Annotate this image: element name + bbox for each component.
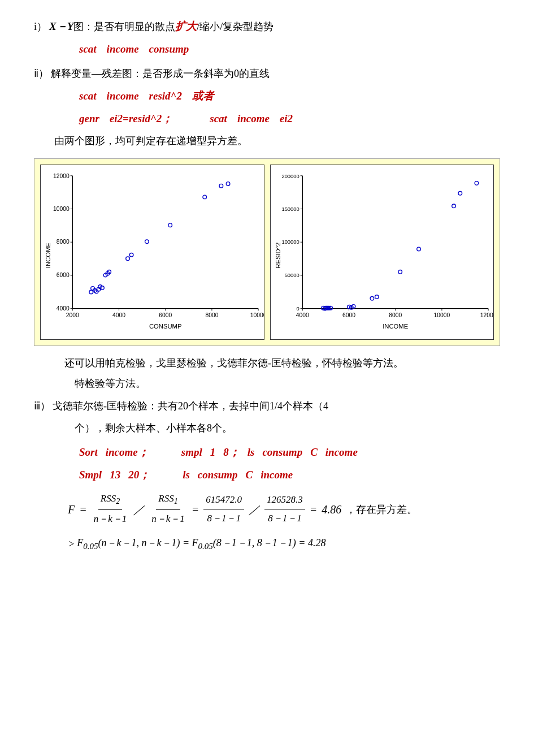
conclusion-text: ，存在异方差。 xyxy=(346,500,417,519)
chart1-xtick4: 10000 xyxy=(250,312,264,318)
cmd-13: 13 xyxy=(110,465,120,485)
iii-text: 戈德菲尔德-匡特检验：共有20个样本，去掉中间1/4个样本（4 xyxy=(53,397,328,415)
cmd-smpl2: Smpl xyxy=(79,465,102,485)
chart1-xtick1: 4000 xyxy=(112,312,125,318)
F-label: F xyxy=(68,499,75,520)
chart2-ylabel: RESID^2 xyxy=(274,242,281,268)
cmd-ls1: ls xyxy=(248,443,255,462)
dp xyxy=(126,257,130,261)
cmd-ei2: ei2 xyxy=(280,109,293,128)
cmd-20semi: 20； xyxy=(128,465,150,485)
chart1-xlabel: CONSUMP xyxy=(149,323,182,330)
dp2 xyxy=(451,204,455,208)
cmd-ii2: genr ei2=resid^2； scat income ei2 xyxy=(79,109,500,128)
chart1-xtick3: 8000 xyxy=(205,312,218,318)
frac-num2: 126528.3 8－1－1 xyxy=(264,491,305,528)
dp xyxy=(91,286,95,290)
chart2-ytick1: 50000 xyxy=(284,272,299,278)
eq1: = xyxy=(79,499,87,520)
chart1-xtick2: 6000 xyxy=(159,312,172,318)
dp xyxy=(129,253,133,257)
chart1-ytick2: 8000 xyxy=(57,239,70,245)
chart2-ytick3: 150000 xyxy=(281,205,299,211)
chart2-xtick2: 8000 xyxy=(389,312,402,318)
cmd-ls2: ls xyxy=(183,465,190,485)
dp xyxy=(203,195,207,199)
div1: ／ xyxy=(133,499,145,520)
iii-cont: 个），剩余大样本、小样本各8个。 xyxy=(34,419,500,437)
f-value: 4.86 xyxy=(322,499,341,520)
frac-rss1: RSS1 n－k－1 xyxy=(149,490,187,528)
chart2-xtick1: 6000 xyxy=(342,312,355,318)
xy-formula: X－Y xyxy=(49,17,73,36)
dp xyxy=(226,182,230,185)
dp xyxy=(168,223,172,227)
cmd-ortext: 或者 xyxy=(192,87,214,106)
para1-cont: 特检验等方法。 xyxy=(34,374,500,392)
cmd-sort: Sort xyxy=(79,443,98,462)
section-ii-title: ⅱ） 解释变量—残差图：是否形成一条斜率为0的直线 xyxy=(34,64,500,83)
formula-block: F = RSS2 n－k－1 ／ RSS1 n－k－1 = 615472.0 8… xyxy=(68,490,500,528)
gt-formula: F0.05(n－k－1, n－k－1) = F0.05(8－1－1, 8－1－1… xyxy=(77,534,325,554)
cmd-income1: income xyxy=(107,40,139,59)
cmd-8semi: 8； xyxy=(223,443,240,462)
dp2 xyxy=(475,181,479,185)
chart2-ytick2: 100000 xyxy=(281,239,299,245)
para1: 还可以用帕克检验，戈里瑟检验，戈德菲尔德-匡特检验，怀特检验等方法。 xyxy=(34,354,500,372)
chart2-ytick0: 0 xyxy=(296,305,299,312)
formula-row: F = RSS2 n－k－1 ／ RSS1 n－k－1 = 615472.0 8… xyxy=(68,490,500,528)
cmd-scat2: scat xyxy=(79,87,97,106)
cmd-income2: income xyxy=(107,87,139,106)
chart2-svg: RESID^2 0 50000 100000 150000 200000 400… xyxy=(271,165,494,340)
eq2: = xyxy=(192,499,199,520)
cmd-C1: C xyxy=(310,443,318,462)
charts-area: INCOME 4000 6000 8000 10000 12000 2000 xyxy=(34,158,500,346)
cmd-income-semi: income； xyxy=(106,443,149,462)
chart2: RESID^2 0 50000 100000 150000 200000 400… xyxy=(270,165,494,340)
frac-rss2: RSS2 n－k－1 xyxy=(92,490,129,528)
chart2-xtick3: 10000 xyxy=(433,312,450,318)
dp2 xyxy=(370,296,374,300)
cmd-scat3: scat xyxy=(210,109,227,128)
roman-i: i） xyxy=(34,18,47,36)
cmd-income4: income xyxy=(325,443,358,462)
cmd-consump2: consump xyxy=(262,443,302,462)
dp2 xyxy=(416,247,420,251)
cmd-1: 1 xyxy=(210,443,216,462)
cmd-consump3: consump xyxy=(198,465,238,485)
dp2 xyxy=(398,270,402,274)
chart1-ytick3: 10000 xyxy=(53,205,70,211)
frac-num1: 615472.0 8－1－1 xyxy=(203,491,244,528)
section-iii-title: ⅲ） 戈德菲尔德-匡特检验：共有20个样本，去掉中间1/4个样本（4 xyxy=(34,397,500,415)
ii-text: 解释变量—残差图：是否形成一条斜率为0的直线 xyxy=(51,64,270,83)
chart1-ytick0: 4000 xyxy=(57,305,70,312)
chart1-xtick0: 2000 xyxy=(66,312,79,318)
cmd-C2: C xyxy=(246,465,253,485)
i-text: 图：是否有明显的散点 xyxy=(73,18,175,36)
dp xyxy=(219,184,223,188)
chart1-ylabel: INCOME xyxy=(45,242,51,268)
cmd-scat1: scat xyxy=(79,40,97,59)
eq3: = xyxy=(310,499,318,520)
chart1-svg: INCOME 4000 6000 8000 10000 12000 2000 xyxy=(41,165,264,340)
gt-line: > F0.05(n－k－1, n－k－1) = F0.05(8－1－1, 8－1… xyxy=(68,534,500,554)
div2: ／ xyxy=(249,499,260,520)
cmd-genr: genr xyxy=(79,109,99,128)
cmd-ii1: scat income resid^2 或者 xyxy=(79,87,500,106)
chart2-xlabel: INCOME xyxy=(383,323,409,330)
chart1-ytick4: 12000 xyxy=(53,172,70,179)
cmd4: Smpl 13 20； ls consump C income xyxy=(79,465,500,485)
chart2-ytick4: 200000 xyxy=(281,172,299,179)
chart2-xtick4: 12000 xyxy=(480,312,493,318)
chart1: INCOME 4000 6000 8000 10000 12000 2000 xyxy=(40,165,264,340)
dp xyxy=(145,240,149,244)
dp2 xyxy=(458,191,462,195)
cmd-smpl1: smpl xyxy=(181,443,202,462)
cmd-consump: consump xyxy=(149,40,189,59)
cmd-income5: income xyxy=(261,465,293,485)
section-i-title: i） X－Y 图：是否有明显的散点 扩大 /缩小/复杂型趋势 xyxy=(34,17,500,36)
cmd3: Sort income； smpl 1 8； ls consump C inco… xyxy=(79,443,500,462)
cmd-i: scat income consump xyxy=(79,40,500,59)
i-slash1: /缩小/复杂型趋势 xyxy=(197,18,273,36)
dp2 xyxy=(375,295,379,299)
